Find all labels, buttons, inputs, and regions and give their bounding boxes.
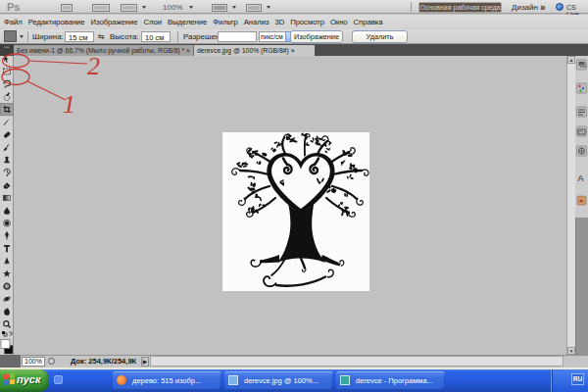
svg-text:A: A: [578, 173, 584, 183]
svg-text:2: 2: [87, 52, 100, 80]
svg-text:1: 1: [63, 90, 75, 119]
